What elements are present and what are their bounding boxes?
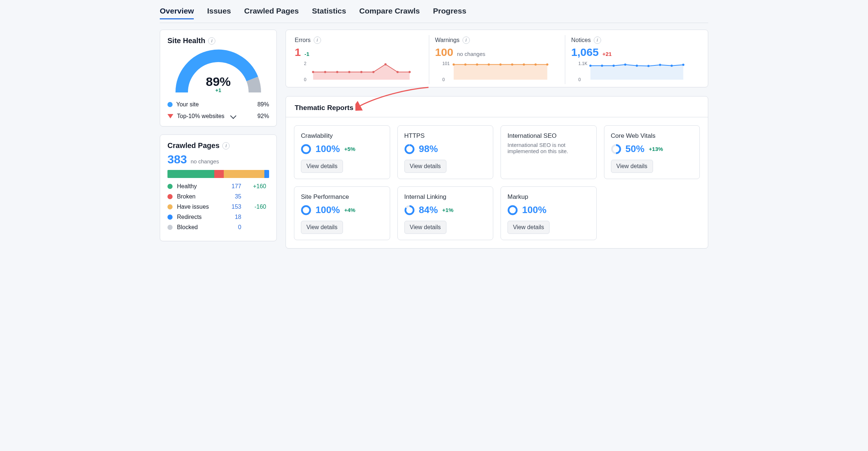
notices-value: 1,065 — [571, 46, 599, 58]
donut-icon — [404, 205, 415, 215]
warnings-value: 100 — [435, 46, 453, 58]
crawled-pages-legend: Healthy177+160Broken35Have issues153-160… — [167, 183, 269, 231]
svg-point-14 — [499, 63, 501, 65]
donut-icon — [404, 144, 415, 154]
report-intl: International SEOInternational SEO is no… — [501, 125, 597, 179]
notices-sparkline: 1.1K 0 — [571, 61, 695, 83]
view-details-button[interactable]: View details — [404, 221, 446, 234]
svg-point-20 — [601, 65, 603, 67]
tab-compare-crawls[interactable]: Compare Crawls — [359, 7, 420, 19]
notices-delta: +21 — [602, 51, 611, 57]
errors-delta: -1 — [305, 51, 309, 57]
tab-issues[interactable]: Issues — [207, 7, 231, 19]
svg-point-25 — [659, 64, 661, 66]
info-icon[interactable]: i — [463, 37, 470, 44]
crawled-legend-broken[interactable]: Broken35 — [167, 193, 269, 200]
warnings-label: Warnings — [435, 37, 460, 43]
report-title: Crawlability — [301, 132, 383, 140]
svg-point-2 — [324, 71, 326, 73]
crawled-pages-bar — [167, 170, 269, 178]
info-icon[interactable]: i — [594, 37, 601, 44]
svg-point-24 — [648, 65, 650, 67]
svg-point-13 — [487, 63, 490, 65]
report-delta: +1% — [442, 207, 453, 213]
tab-overview[interactable]: Overview — [160, 7, 194, 19]
view-details-button[interactable]: View details — [404, 160, 446, 173]
site-health-card: Site Health i 89% — [160, 30, 277, 126]
legend-delta: +160 — [246, 183, 266, 190]
report-pct: 100% — [316, 204, 340, 216]
svg-point-10 — [452, 63, 454, 65]
errors-sparkline: 2 0 — [295, 61, 423, 83]
report-delta: +4% — [344, 207, 355, 213]
report-note: International SEO is not implemented on … — [507, 142, 584, 154]
warnings-stat[interactable]: Warnings i 100 no changes 101 0 — [429, 35, 565, 84]
donut-icon — [301, 144, 311, 154]
svg-point-8 — [396, 71, 399, 73]
tab-progress[interactable]: Progress — [433, 7, 466, 19]
errors-stat[interactable]: Errors i 1 -1 2 0 — [293, 35, 429, 84]
notices-stat[interactable]: Notices i 1,065 +21 1.1K 0 — [565, 35, 701, 84]
report-https: HTTPS98%View details — [397, 125, 494, 179]
svg-point-35 — [302, 206, 310, 214]
report-pct: 100% — [316, 143, 340, 155]
axis-tick: 0 — [442, 77, 445, 82]
view-details-button[interactable]: View details — [507, 221, 550, 234]
svg-point-29 — [302, 145, 310, 153]
legend-your-site-value: 89% — [257, 101, 269, 108]
bar-segment-issues — [224, 170, 264, 178]
view-details-button[interactable]: View details — [301, 160, 343, 173]
report-delta: +13% — [649, 146, 663, 152]
site-health-title: Site Health — [167, 37, 205, 45]
svg-point-21 — [613, 65, 615, 67]
crawled-pages-change: no changes — [190, 158, 219, 164]
info-icon[interactable]: i — [208, 37, 215, 45]
legend-dot-icon — [167, 225, 173, 230]
crawled-legend-healthy[interactable]: Healthy177+160 — [167, 183, 269, 190]
axis-tick: 2 — [304, 61, 306, 66]
axis-tick: 0 — [304, 77, 306, 82]
donut-icon — [301, 205, 311, 215]
legend-dot-icon — [167, 194, 173, 199]
errors-label: Errors — [295, 37, 311, 43]
triangle-down-icon — [167, 114, 173, 118]
crawled-legend-redirects[interactable]: Redirects18 — [167, 214, 269, 220]
donut-icon — [507, 205, 518, 215]
tab-statistics[interactable]: Statistics — [312, 7, 346, 19]
crawled-legend-issues[interactable]: Have issues153-160 — [167, 204, 269, 210]
bar-segment-broken — [214, 170, 223, 178]
svg-point-16 — [522, 63, 525, 65]
report-markup: Markup100%View details — [501, 186, 597, 240]
site-health-gauge: 89% +1 — [174, 49, 262, 96]
svg-point-4 — [348, 71, 350, 73]
svg-point-31 — [405, 145, 413, 153]
report-title: Core Web Vitals — [611, 132, 693, 140]
tab-crawled-pages[interactable]: Crawled Pages — [244, 7, 299, 19]
legend-label: Have issues — [177, 204, 221, 210]
notices-label: Notices — [571, 37, 590, 43]
bar-segment-healthy — [167, 170, 214, 178]
legend-value: 18 — [225, 214, 241, 220]
view-details-button[interactable]: View details — [611, 160, 653, 173]
thematic-reports-card: Thematic Reports Crawlability100%+5%View… — [286, 96, 708, 249]
report-pct: 100% — [522, 204, 547, 216]
svg-point-17 — [534, 63, 536, 65]
legend-your-site: Your site — [176, 101, 199, 108]
svg-point-6 — [372, 71, 374, 73]
legend-value: 177 — [225, 183, 241, 190]
legend-top10: Top-10% websites — [177, 113, 224, 120]
info-icon[interactable]: i — [222, 142, 230, 149]
warnings-sparkline: 101 0 — [435, 61, 559, 83]
legend-top10-row[interactable]: Top-10% websites 92% — [167, 113, 269, 120]
legend-value: 35 — [225, 193, 241, 200]
main-tabs: Overview Issues Crawled Pages Statistics… — [160, 0, 708, 23]
view-details-button[interactable]: View details — [301, 221, 343, 234]
thematic-reports-grid: Crawlability100%+5%View detailsHTTPS98%V… — [286, 117, 708, 248]
report-delta: +5% — [344, 146, 355, 152]
axis-tick: 1.1K — [578, 61, 588, 66]
issue-stats-card: Errors i 1 -1 2 0 — [286, 30, 708, 87]
legend-label: Broken — [177, 193, 221, 200]
crawled-legend-blocked[interactable]: Blocked0 — [167, 224, 269, 231]
legend-delta: -160 — [246, 204, 266, 210]
info-icon[interactable]: i — [314, 37, 321, 44]
